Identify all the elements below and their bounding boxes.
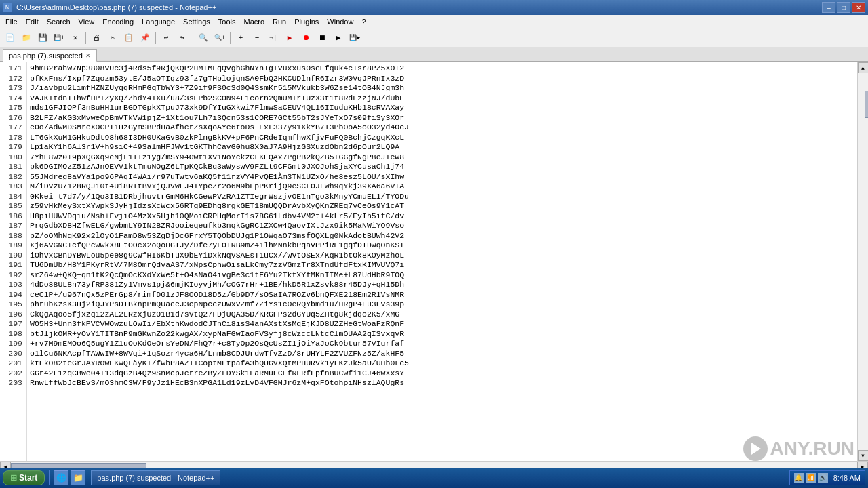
menu-macro[interactable]: Macro bbox=[239, 15, 269, 28]
code-line: btJljkOMR+yOvY1TITBnP9mGKwnZo22kwgAX/xyp… bbox=[30, 329, 854, 340]
print-button[interactable]: 🖨 bbox=[89, 30, 104, 45]
copy-button[interactable]: 📋 bbox=[121, 30, 136, 45]
line-number: 180 bbox=[4, 152, 22, 163]
menu-view[interactable]: View bbox=[75, 15, 99, 28]
line-number: 175 bbox=[4, 103, 22, 113]
save-button[interactable]: 💾 bbox=[35, 30, 50, 45]
undo-button[interactable]: ↩ bbox=[159, 30, 174, 45]
code-line: mds1GFJIOPf3nBuHH1urBGDTGpkXTpuJ73xk9DfY… bbox=[30, 103, 854, 113]
line-number: 173 bbox=[4, 83, 22, 94]
line-number: 190 bbox=[4, 251, 22, 261]
cut-button[interactable]: ✂ bbox=[105, 30, 120, 45]
tab-close-button[interactable]: ✕ bbox=[85, 52, 91, 59]
macro-save-button[interactable]: 💾▶ bbox=[347, 30, 362, 45]
line-number: 177 bbox=[4, 123, 22, 133]
toolbar: 📄 📁 💾 💾+ ✕ 🖨 ✂ 📋 📌 ↩ ↪ 🔍 🔍+ + − →| ▶ ⏺ ⏹… bbox=[0, 28, 868, 47]
line-numbers: 1711721731741751761771781791801811821831… bbox=[0, 62, 27, 461]
code-line: z59vHkMeySxtXYwpkSJyHjIdzsXcWcx56RTg9EDh… bbox=[30, 201, 854, 211]
code-line: 7YhE8Wz0+9pXQGXq9eNjL1TIz1yg/mSY94Owt1XV… bbox=[30, 152, 854, 163]
line-number: 198 bbox=[4, 329, 22, 340]
code-line: pZ/oOMhNqK92x2lOyO1FamD8w53ZgDjDc6FrxY5T… bbox=[30, 231, 854, 241]
system-tray: 🔔 📶 🔊 8:48 AM bbox=[789, 470, 865, 485]
new-button[interactable]: 📄 bbox=[3, 30, 18, 45]
start-label: Start bbox=[19, 473, 37, 483]
taskbar-folder-icon[interactable]: 📁 bbox=[71, 470, 85, 485]
menu-plugins[interactable]: Plugins bbox=[290, 15, 323, 28]
paste-button[interactable]: 📌 bbox=[138, 30, 153, 45]
replace-button[interactable]: 🔍+ bbox=[212, 30, 227, 45]
code-line: RnwLffWbJcBEvS/mO3hmC3W/F9yJz1HEcB3nXPGA… bbox=[30, 378, 854, 388]
taskbar: ⊞ Start 🌐 📁 pas.php (7).suspected - Note… bbox=[0, 468, 868, 488]
code-line: eOo/AdwMDSMreXOCPI1HzGymSBPdHaAfhcrZsXqo… bbox=[30, 123, 854, 133]
code-line: 55JMdreg8aVYa1po96PAqI4WAi/r97uTwtv6aKQ5… bbox=[30, 172, 854, 182]
menu-settings[interactable]: Settings bbox=[179, 15, 214, 28]
line-number: 187 bbox=[4, 221, 22, 231]
code-line: iOhvxCBnDYBWLou5pee8g9CWfHI6KbTuX9bEYiDx… bbox=[30, 251, 854, 261]
menu-run[interactable]: Run bbox=[269, 15, 290, 28]
line-number: 192 bbox=[4, 270, 22, 281]
taskbar-ie-icon[interactable]: 🌐 bbox=[54, 470, 68, 485]
menu-help[interactable]: ? bbox=[357, 15, 370, 28]
line-number: 202 bbox=[4, 369, 22, 379]
menu-language[interactable]: Language bbox=[138, 15, 179, 28]
line-number: 179 bbox=[4, 142, 22, 152]
line-number: 203 bbox=[4, 378, 22, 388]
tray-icon-1: 🔔 bbox=[794, 473, 804, 483]
save-all-button[interactable]: 💾+ bbox=[52, 30, 66, 45]
menu-file[interactable]: File bbox=[1, 15, 22, 28]
code-line: 0Kkei t7d7/y/1Qo3IB1DRbjhuvtrGmM6HkCGewP… bbox=[30, 192, 854, 202]
menu-encoding[interactable]: Encoding bbox=[98, 15, 138, 28]
toolbar-sep-2 bbox=[155, 32, 156, 44]
minimize-button[interactable]: – bbox=[822, 2, 835, 13]
code-line: +rv7M9mEMOo6Q5ugY1Z1uOoKdOeOrsYeDN/FhQ7r… bbox=[30, 339, 854, 349]
menu-tools[interactable]: Tools bbox=[214, 15, 240, 28]
code-line: phrubKzsK3Hj2iQJYPsDTBknpPmQUaeeJ3cpNpcc… bbox=[30, 300, 854, 310]
tray-icon-3: 🔊 bbox=[818, 473, 828, 483]
code-area[interactable]: 9hmB2rahW7Np3808VUc3j4Rds5f9RjQKQP2uMIMF… bbox=[27, 62, 857, 461]
open-button[interactable]: 📁 bbox=[19, 30, 34, 45]
code-line: Xj6AvGNC+cfQPcwwkX8EtOOcX2oQoHGTJy/Dfe7y… bbox=[30, 241, 854, 251]
start-button[interactable]: ⊞ Start bbox=[3, 470, 45, 485]
scroll-up-button[interactable]: ▲ bbox=[858, 62, 869, 73]
taskbar-tray: 🔔 📶 🔊 8:48 AM bbox=[789, 470, 865, 485]
code-line: B2LFZ/aKGSxMvweCpBmVTkVW1pjZ+1Xt1ou7Lh7i… bbox=[30, 113, 854, 123]
redo-button[interactable]: ↪ bbox=[175, 30, 190, 45]
scroll-thumb[interactable] bbox=[865, 91, 869, 118]
menu-window[interactable]: Window bbox=[323, 15, 357, 28]
macro-play-button[interactable]: ▶ bbox=[331, 30, 346, 45]
scroll-down-button[interactable]: ▼ bbox=[858, 450, 869, 461]
macro-record-button[interactable]: ⏺ bbox=[298, 30, 313, 45]
macro-stop-button[interactable]: ⏹ bbox=[315, 30, 330, 45]
line-number: 184 bbox=[4, 192, 22, 202]
line-number: 171 bbox=[4, 64, 22, 74]
code-line: M/iDVzU7128RQJ10t4Ui8RTtBVYjQJVWFJ4IYpeZ… bbox=[30, 182, 854, 192]
find-button[interactable]: 🔍 bbox=[196, 30, 211, 45]
code-line: J/iavbpu2LimfHZNZUyqqRHmPGqTbWY3+7Z9if9F… bbox=[30, 83, 854, 94]
maximize-button[interactable]: □ bbox=[837, 2, 850, 13]
code-line: CkQgAqoo5fjxzq12zAE2LRzxjUzO1B1d7svtQ27F… bbox=[30, 310, 854, 320]
close-button[interactable]: ✕ bbox=[852, 2, 865, 13]
toolbar-sep-3 bbox=[193, 32, 193, 44]
menu-edit[interactable]: Edit bbox=[22, 15, 43, 28]
line-number: 181 bbox=[4, 162, 22, 172]
code-line: GGr42L1zqCBWe04+13dqGzB4Qz9SnMcpJcrreZBy… bbox=[30, 369, 854, 379]
tab-file[interactable]: pas.php (7).suspected ✕ bbox=[3, 49, 97, 62]
code-line: WO5H3+Unn3fkPVCVWOwzuLOwIi/EbXthKwdodCJT… bbox=[30, 319, 854, 329]
app-icon: N bbox=[3, 3, 12, 12]
zoom-out-button[interactable]: − bbox=[250, 30, 264, 45]
code-line: 9hmB2rahW7Np3808VUc3j4Rds5f9RjQKQP2uMIMF… bbox=[30, 64, 854, 74]
tab-bar: pas.php (7).suspected ✕ bbox=[0, 47, 868, 62]
taskbar-program-label: pas.php (7).suspected - Notepad++ bbox=[97, 474, 214, 482]
code-line: pfKxFns/Ixpf7Zqozm53ytE/J5aOTIqz93fz7gTH… bbox=[30, 74, 854, 84]
line-number: 185 bbox=[4, 201, 22, 211]
close-file-button[interactable]: ✕ bbox=[68, 30, 83, 45]
menu-search[interactable]: Search bbox=[43, 15, 75, 28]
zoom-in-button[interactable]: + bbox=[233, 30, 248, 45]
run-button[interactable]: ▶ bbox=[282, 30, 297, 45]
taskbar-notepad-button[interactable]: pas.php (7).suspected - Notepad++ bbox=[91, 470, 220, 485]
vertical-scrollbar[interactable]: ▲ ▼ bbox=[857, 62, 868, 461]
code-line: TU6DmUb/H8Y1PKyrRtV/7M8OmrQdvaAS7/xNpsCp… bbox=[30, 260, 854, 270]
indent-button[interactable]: →| bbox=[266, 30, 281, 45]
line-number: 191 bbox=[4, 260, 22, 270]
code-line: pk6DGIMOzZ51zAJnOEVV1ktTmuNOgZ6LTpKQCkBq… bbox=[30, 162, 854, 172]
